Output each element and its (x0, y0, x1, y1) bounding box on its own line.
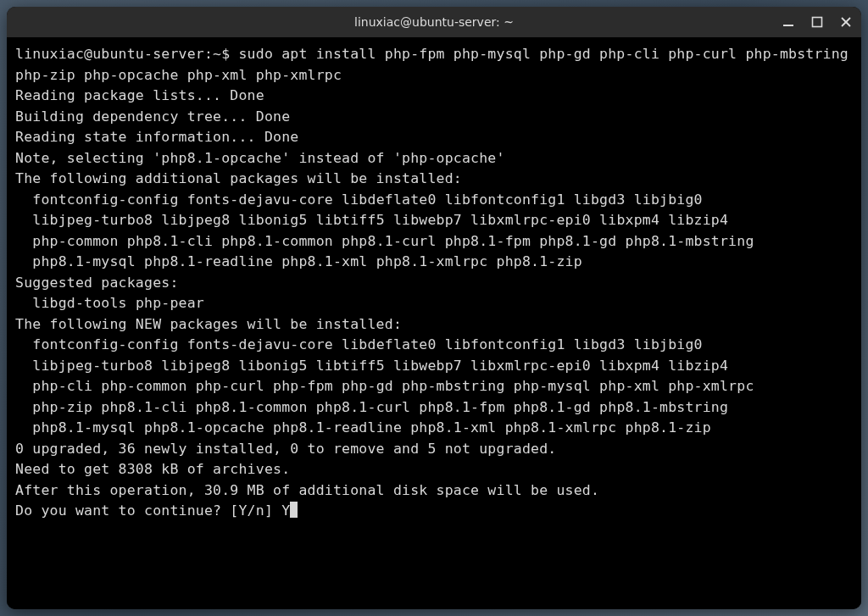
output-line: php-cli php-common php-curl php-fpm php-… (15, 376, 853, 397)
title-bar: linuxiac@ubuntu-server: ~ (7, 7, 861, 37)
shell-prompt: linuxiac@ubuntu-server:~$ (15, 46, 238, 62)
minimize-button[interactable] (782, 15, 795, 29)
output-line: Reading state information... Done (15, 127, 853, 148)
confirm-response: Y (281, 502, 290, 519)
svg-rect-0 (783, 25, 793, 26)
output-line: php-common php8.1-cli php8.1-common php8… (15, 231, 853, 253)
close-icon (840, 16, 852, 28)
maximize-icon (811, 16, 823, 28)
output-line: Building dependency tree... Done (15, 107, 853, 128)
command-line: linuxiac@ubuntu-server:~$ sudo apt insta… (15, 44, 853, 86)
output-line: fontconfig-config fonts-dejavu-core libd… (15, 335, 853, 356)
window-controls (782, 15, 853, 29)
output-line: The following additional packages will b… (15, 169, 853, 190)
output-line: Note, selecting 'php8.1-opcache' instead… (15, 148, 853, 169)
svg-rect-1 (813, 18, 822, 27)
output-line: After this operation, 30.9 MB of additio… (15, 480, 853, 502)
minimize-icon (782, 16, 794, 28)
terminal-content[interactable]: linuxiac@ubuntu-server:~$ sudo apt insta… (7, 37, 861, 609)
output-line: php8.1-mysql php8.1-readline php8.1-xml … (15, 252, 853, 273)
confirm-prompt: Do you want to continue? [Y/n] (15, 502, 281, 519)
output-line: php8.1-mysql php8.1-opcache php8.1-readl… (15, 418, 853, 439)
output-line: 0 upgraded, 36 newly installed, 0 to rem… (15, 439, 853, 460)
output-line: The following NEW packages will be insta… (15, 314, 853, 336)
terminal-window: linuxiac@ubuntu-server: ~ linuxiac@ubunt… (7, 7, 861, 609)
output-line: libgd-tools php-pear (15, 293, 853, 314)
output-line: php-zip php8.1-cli php8.1-common php8.1-… (15, 397, 853, 419)
output-line: fontconfig-config fonts-dejavu-core libd… (15, 190, 853, 211)
close-button[interactable] (839, 15, 853, 29)
output-line: libjpeg-turbo8 libjpeg8 libonig5 libtiff… (15, 210, 853, 231)
output-line: libjpeg-turbo8 libjpeg8 libonig5 libtiff… (15, 356, 853, 377)
cursor-icon (290, 502, 298, 518)
output-line: Suggested packages: (15, 273, 853, 294)
output-line: Need to get 8308 kB of archives. (15, 459, 853, 480)
output-line: Reading package lists... Done (15, 86, 853, 107)
confirm-line: Do you want to continue? [Y/n] Y (15, 501, 853, 522)
maximize-button[interactable] (810, 15, 824, 29)
window-title: linuxiac@ubuntu-server: ~ (354, 15, 514, 29)
